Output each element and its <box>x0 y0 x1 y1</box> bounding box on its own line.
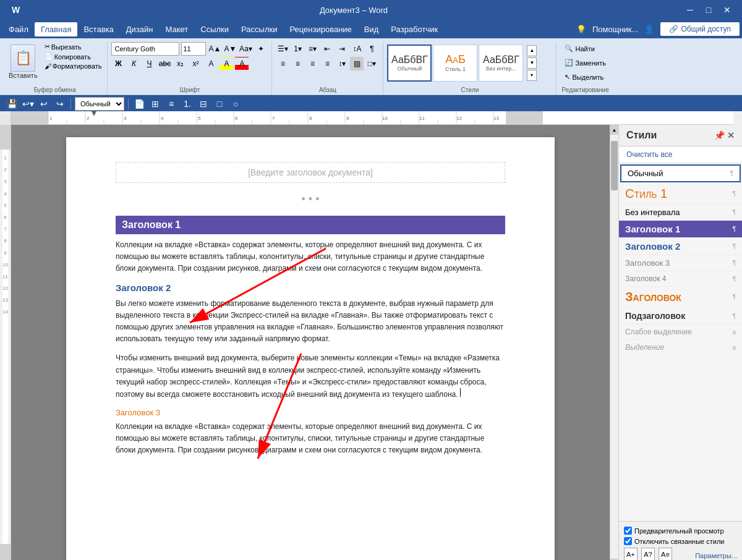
qa-format-button[interactable]: 📄 <box>132 97 146 111</box>
format-painter-button[interactable]: 🖌 Форматировать <box>43 62 104 70</box>
vertical-scrollbar[interactable]: ▲ ▼ <box>610 125 618 560</box>
menu-insert[interactable]: Вставка <box>77 22 119 36</box>
font-color-button[interactable]: A <box>235 57 249 70</box>
align-center-button[interactable]: ≡ <box>291 57 304 70</box>
qa-circle-button[interactable]: ○ <box>229 97 242 111</box>
align-right-button[interactable]: ≡ <box>305 57 319 70</box>
bold-button[interactable]: Ж <box>111 57 125 70</box>
panel-close-button[interactable]: ✕ <box>727 130 735 140</box>
body-para4[interactable]: Коллекции на вкладке «Вставка» содержат … <box>116 421 505 457</box>
style-normal-card[interactable]: АаБбВГ Обычный <box>387 45 432 82</box>
styles-up-button[interactable]: ▲ <box>527 45 537 56</box>
scroll-up-button[interactable]: ▲ <box>610 125 618 135</box>
style-item-style1[interactable]: Стиль 1 ¶ <box>619 184 742 205</box>
case-button[interactable]: Аа▾ <box>239 42 252 56</box>
maximize-button[interactable]: □ <box>700 1 717 19</box>
replace-button[interactable]: 🔄 Заменить <box>560 56 610 69</box>
scroll-thumb[interactable] <box>611 141 618 190</box>
params-link[interactable]: Параметры... <box>695 552 737 559</box>
qa-border-button[interactable]: □ <box>213 97 226 111</box>
copy-button[interactable]: 📄 Копировать <box>43 52 104 61</box>
shading-button[interactable]: ▨ <box>350 57 364 70</box>
border-button[interactable]: □▾ <box>365 57 378 70</box>
decrease-indent-button[interactable]: ⇤ <box>320 42 334 56</box>
heading3-block[interactable]: Заголовок 3 <box>116 408 505 417</box>
style-item-heading1[interactable]: Заголовок 1 ¶ <box>619 221 742 238</box>
menu-mailings[interactable]: Рассылки <box>235 22 283 36</box>
disable-linked-checkbox[interactable] <box>624 537 632 545</box>
helper-text[interactable]: Помощник... <box>592 25 638 34</box>
cut-button[interactable]: ✂ Вырезать <box>43 42 104 51</box>
menu-developer[interactable]: Разработчик <box>385 22 444 36</box>
style-item-nospace[interactable]: Без интервала ¶ <box>619 205 742 221</box>
style-item-emphasis[interactable]: Выделение a <box>619 340 742 355</box>
style-item-subheading[interactable]: Подзаголовок ¶ <box>619 308 742 325</box>
font-name-dropdown[interactable] <box>111 42 179 56</box>
undo-dropdown-button[interactable]: ↩▾ <box>21 97 35 111</box>
bullets-button[interactable]: ☰▾ <box>276 42 289 56</box>
highlight-button[interactable]: A <box>220 57 233 70</box>
decrease-font-button[interactable]: A▼ <box>223 42 237 56</box>
line-spacing-button[interactable]: ↕▾ <box>335 57 349 70</box>
menu-review[interactable]: Рецензирование <box>283 22 357 36</box>
menu-design[interactable]: Дизайн <box>120 22 160 36</box>
underline-button[interactable]: Ч <box>142 57 156 70</box>
panel-pin-button[interactable]: 📌 <box>714 130 725 140</box>
menu-layout[interactable]: Макет <box>159 22 194 36</box>
font-size-dropdown[interactable] <box>181 42 206 56</box>
multilevel-button[interactable]: ≡▾ <box>305 42 319 56</box>
save-button[interactable]: 💾 <box>5 97 19 111</box>
styles-more-button[interactable]: ▾ <box>527 70 537 81</box>
new-style-button[interactable]: A+ <box>624 548 638 560</box>
style-item-heading4[interactable]: Заголовок 4 ¶ <box>619 271 742 287</box>
increase-indent-button[interactable]: ⇥ <box>335 42 349 56</box>
header-placeholder[interactable]: [Введите заголовок документа] <box>116 162 505 183</box>
clear-format-button[interactable]: ✦ <box>254 42 268 56</box>
menu-references[interactable]: Ссылки <box>194 22 235 36</box>
redo-button[interactable]: ↪ <box>53 97 67 111</box>
heading1-block[interactable]: Заголовок 1 <box>116 216 505 234</box>
subscript-button[interactable]: x₂ <box>173 57 187 70</box>
superscript-button[interactable]: x² <box>189 57 202 70</box>
clear-all-button[interactable]: Очистить все <box>619 146 742 163</box>
body-para2[interactable]: Вы легко можете изменить форматирование … <box>116 298 505 346</box>
style-item-heading2[interactable]: Заголовок 2 ¶ <box>619 238 742 255</box>
menu-home[interactable]: Главная <box>35 22 77 36</box>
style-dropdown[interactable]: Обычный <box>75 97 124 111</box>
qa-columns-button[interactable]: ⊟ <box>197 97 210 111</box>
text-effects-button[interactable]: A <box>204 57 218 70</box>
heading2-block[interactable]: Заголовок 2 <box>116 282 505 293</box>
minimize-button[interactable]: ─ <box>681 1 699 19</box>
style-item-heading[interactable]: Заголовок ¶ <box>619 287 742 308</box>
body-para3[interactable]: Чтобы изменить внешний вид документа, вы… <box>116 352 505 401</box>
manage-styles-button[interactable]: A≡ <box>659 548 672 560</box>
numbering-button[interactable]: 1▾ <box>291 42 304 56</box>
style-item-heading3[interactable]: Заголовок 3 ¶ <box>619 255 742 271</box>
body-para1[interactable]: Коллекции на вкладке «Вставка» содержат … <box>116 239 505 275</box>
strikethrough-button[interactable]: abc <box>158 57 171 70</box>
share-button[interactable]: 🔗 Общий доступ <box>660 22 740 36</box>
sort-button[interactable]: ↕A <box>350 42 364 56</box>
scroll-track[interactable] <box>610 135 618 559</box>
increase-font-button[interactable]: A▲ <box>208 42 221 56</box>
style-item-weak[interactable]: Слабое выделение a <box>619 325 742 340</box>
qa-bullets-button[interactable]: ≡ <box>164 97 178 111</box>
document-canvas[interactable]: [Введите заголовок документа] • • • Заго… <box>11 125 610 560</box>
italic-button[interactable]: К <box>127 57 140 70</box>
close-button[interactable]: ✕ <box>719 1 736 19</box>
style-nospacing-card[interactable]: АаБбВГ Без интер... <box>479 45 523 82</box>
style-item-normal[interactable]: Обычный ¶ <box>620 164 741 182</box>
undo-button[interactable]: ↩ <box>37 97 51 111</box>
qa-table-button[interactable]: ⊞ <box>148 97 162 111</box>
styles-down-button[interactable]: ▼ <box>527 57 537 69</box>
select-button[interactable]: ↖ Выделить <box>560 70 608 83</box>
style1-card[interactable]: АаБ Стиль 1 <box>433 45 477 82</box>
menu-file[interactable]: Файл <box>2 22 35 36</box>
preview-checkbox[interactable] <box>624 527 632 535</box>
align-left-button[interactable]: ≡ <box>276 57 289 70</box>
find-button[interactable]: 🔍 Найти <box>560 42 599 55</box>
qa-numbering-button[interactable]: 1. <box>181 97 194 111</box>
paste-button[interactable]: 📋 Вставить <box>6 42 40 82</box>
menu-view[interactable]: Вид <box>358 22 385 36</box>
justify-button[interactable]: ≡ <box>320 57 334 70</box>
